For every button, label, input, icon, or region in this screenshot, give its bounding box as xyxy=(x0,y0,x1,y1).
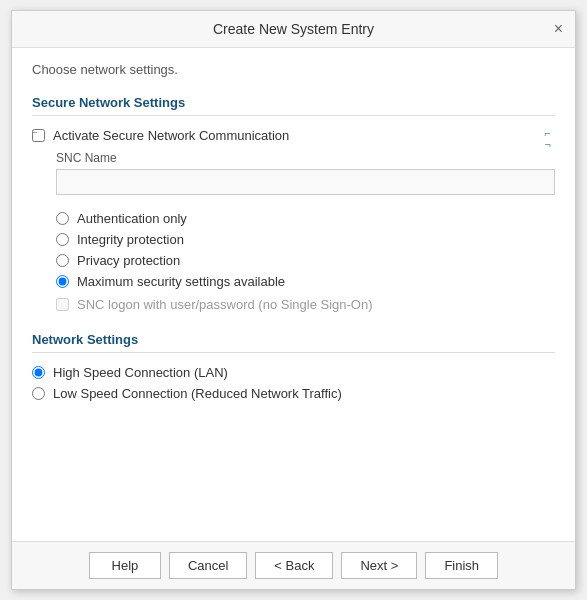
snc-logon-label: SNC logon with user/password (no Single … xyxy=(77,297,373,312)
create-system-entry-dialog: Create New System Entry × Choose network… xyxy=(11,10,576,590)
privacy-label: Privacy protection xyxy=(77,253,180,268)
network-radio-group: High Speed Connection (LAN) Low Speed Co… xyxy=(32,365,555,401)
activate-snc-label: Activate Secure Network Communication xyxy=(53,128,289,143)
radio-row-privacy: Privacy protection xyxy=(56,253,555,268)
radio-row-high-speed: High Speed Connection (LAN) xyxy=(32,365,555,380)
snc-logon-row: SNC logon with user/password (no Single … xyxy=(56,297,555,312)
expand-icon: ⌐¬ xyxy=(545,128,551,150)
snc-name-input[interactable] xyxy=(56,169,555,195)
snc-logon-checkbox[interactable] xyxy=(56,298,69,311)
max-security-label: Maximum security settings available xyxy=(77,274,285,289)
integrity-label: Integrity protection xyxy=(77,232,184,247)
network-section-title: Network Settings xyxy=(32,332,555,353)
secure-network-section: Secure Network Settings ⌐ Activate Secur… xyxy=(32,95,555,312)
dialog-body: Choose network settings. Secure Network … xyxy=(12,48,575,541)
privacy-radio[interactable] xyxy=(56,254,69,267)
dialog-title: Create New System Entry xyxy=(213,21,374,37)
help-button[interactable]: Help xyxy=(89,552,161,579)
auth-only-radio[interactable] xyxy=(56,212,69,225)
auth-only-label: Authentication only xyxy=(77,211,187,226)
integrity-radio[interactable] xyxy=(56,233,69,246)
dialog-footer: Help Cancel < Back Next > Finish xyxy=(12,541,575,589)
expand-corner-tl-icon: ⌐ xyxy=(32,128,38,138)
radio-row-low-speed: Low Speed Connection (Reduced Network Tr… xyxy=(32,386,555,401)
back-button[interactable]: < Back xyxy=(255,552,333,579)
network-section: Network Settings High Speed Connection (… xyxy=(32,332,555,401)
max-security-radio[interactable] xyxy=(56,275,69,288)
radio-row-integrity: Integrity protection xyxy=(56,232,555,247)
next-button[interactable]: Next > xyxy=(341,552,417,579)
dialog-header: Create New System Entry × xyxy=(12,11,575,48)
finish-button[interactable]: Finish xyxy=(425,552,498,579)
high-speed-label: High Speed Connection (LAN) xyxy=(53,365,228,380)
high-speed-radio[interactable] xyxy=(32,366,45,379)
low-speed-radio[interactable] xyxy=(32,387,45,400)
radio-row-auth: Authentication only xyxy=(56,211,555,226)
activate-snc-row: ⌐ Activate Secure Network Communication … xyxy=(32,128,555,143)
intro-text: Choose network settings. xyxy=(32,62,555,77)
radio-row-max-security: Maximum security settings available xyxy=(56,274,555,289)
close-button[interactable]: × xyxy=(554,21,563,37)
snc-radio-group: Authentication only Integrity protection… xyxy=(56,211,555,289)
cancel-button[interactable]: Cancel xyxy=(169,552,247,579)
snc-name-label: SNC Name xyxy=(56,151,555,165)
snc-details-section: SNC Name Authentication only Integrity p… xyxy=(56,151,555,312)
low-speed-label: Low Speed Connection (Reduced Network Tr… xyxy=(53,386,342,401)
secure-section-title: Secure Network Settings xyxy=(32,95,555,116)
